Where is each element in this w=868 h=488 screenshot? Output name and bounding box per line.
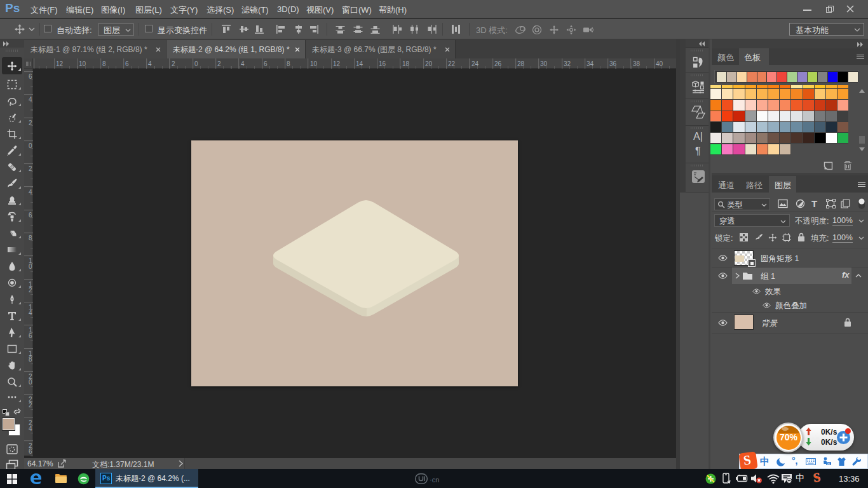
svg-text:36: 36 (827, 463, 831, 466)
